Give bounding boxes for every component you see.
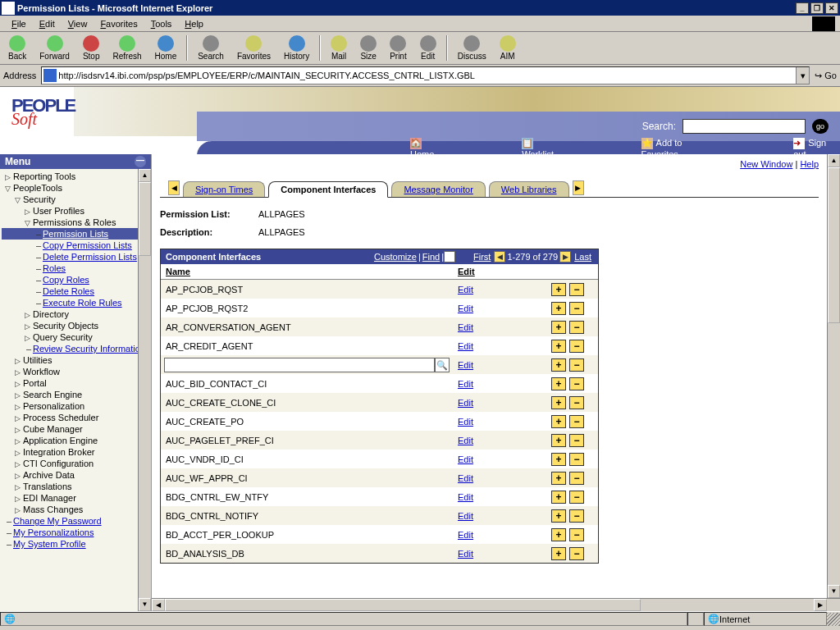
menu-application-engine[interactable]: Application Engine (2, 435, 138, 446)
main-hscroll[interactable]: ◀ ▶ (152, 598, 840, 611)
tab-web-libraries[interactable]: Web Libraries (489, 181, 569, 197)
expand-icon[interactable] (15, 470, 23, 480)
edit-link[interactable]: Edit (458, 417, 473, 427)
edit-link[interactable]: Edit (458, 436, 473, 445)
menu-integration-broker[interactable]: Integration Broker (2, 446, 138, 458)
expand-icon[interactable] (25, 321, 33, 331)
menu-view[interactable]: View (62, 17, 94, 30)
menu-query-security[interactable]: Query Security (2, 331, 138, 343)
nav-favorites[interactable]: ⭐Add to Favorites (641, 138, 720, 154)
menu-copy-roles[interactable]: –Copy Roles (2, 274, 138, 285)
menu-reporting-tools[interactable]: Reporting Tools (2, 171, 138, 182)
add-row-button[interactable]: + (551, 547, 566, 560)
delete-row-button[interactable]: − (569, 302, 584, 315)
add-row-button[interactable]: + (551, 396, 566, 409)
tb-print[interactable]: Print (385, 34, 412, 62)
tab-sign-on-times[interactable]: Sign-on Times (183, 181, 265, 197)
add-row-button[interactable]: + (551, 321, 566, 334)
tb-size[interactable]: Size (355, 34, 381, 62)
expand-icon[interactable] (5, 171, 13, 181)
edit-link[interactable]: Edit (458, 379, 473, 389)
expand-icon[interactable] (15, 447, 23, 457)
edit-link[interactable]: Edit (458, 341, 473, 351)
delete-row-button[interactable]: − (569, 491, 584, 504)
grid-viewall-icon[interactable]: ▦ (444, 251, 455, 262)
add-row-button[interactable]: + (551, 415, 566, 428)
tab-scroll-left[interactable]: ◀ (168, 180, 180, 195)
menu-user-profiles[interactable]: User Profiles (2, 205, 138, 217)
lookup-icon[interactable]: 🔍 (435, 358, 450, 372)
menu-process-scheduler[interactable]: Process Scheduler (2, 412, 138, 423)
delete-row-button[interactable]: − (569, 547, 584, 560)
menu-cti-configuration[interactable]: CTI Configuration (2, 458, 138, 469)
tb-back[interactable]: Back (3, 34, 31, 62)
add-row-button[interactable]: + (551, 453, 566, 466)
minimize-button[interactable]: _ (796, 2, 809, 14)
tb-stop[interactable]: Stop (78, 34, 105, 62)
tb-forward[interactable]: Forward (34, 34, 75, 62)
menu-favorites[interactable]: Favorites (94, 17, 144, 30)
menu-minimize[interactable]: — (135, 156, 146, 167)
expand-icon[interactable] (15, 482, 23, 491)
ps-search-input[interactable] (682, 119, 806, 134)
expand-icon[interactable] (15, 436, 23, 445)
edit-link[interactable]: Edit (458, 492, 473, 502)
address-dropdown[interactable]: ▾ (796, 67, 809, 84)
add-row-button[interactable]: + (551, 472, 566, 485)
delete-row-button[interactable]: − (569, 415, 584, 428)
delete-row-button[interactable]: − (569, 283, 584, 296)
grid-first[interactable]: First (473, 252, 491, 262)
menu-roles[interactable]: –Roles (2, 262, 138, 274)
edit-link[interactable]: Edit (458, 322, 473, 332)
maximize-button[interactable]: ❐ (810, 2, 824, 14)
main-vscroll[interactable]: ▲ ▼ (827, 154, 840, 598)
menu-delete-permission-lists[interactable]: –Delete Permission Lists (2, 251, 138, 262)
edit-link[interactable]: Edit (458, 285, 473, 294)
nav-home[interactable]: 🏠Home (410, 138, 448, 154)
add-row-button[interactable]: + (551, 528, 566, 541)
delete-row-button[interactable]: − (569, 434, 584, 447)
delete-row-button[interactable]: − (569, 472, 584, 485)
expand-icon[interactable] (25, 206, 33, 216)
expand-icon[interactable] (25, 309, 33, 319)
col-name[interactable]: Name (161, 264, 453, 279)
tb-refresh[interactable]: Refresh (108, 34, 147, 62)
add-row-button[interactable]: + (551, 283, 566, 296)
resize-grip[interactable] (827, 613, 840, 626)
edit-link[interactable]: Edit (458, 398, 473, 408)
menu-permission-lists[interactable]: –Permission Lists (2, 228, 138, 240)
menu-translations[interactable]: Translations (2, 481, 138, 492)
menu-permissions-roles[interactable]: Permissions & Roles (2, 217, 138, 228)
edit-link[interactable]: Edit (458, 454, 473, 464)
go-button[interactable]: ↪ Go (815, 71, 837, 81)
grid-next[interactable]: ▶ (559, 251, 571, 262)
edit-link[interactable]: Edit (458, 473, 473, 483)
menu-utilities[interactable]: Utilities (2, 354, 138, 366)
menu-my-system-profile[interactable]: –My System Profile (2, 538, 138, 550)
add-row-button[interactable]: + (551, 377, 566, 390)
expand-icon[interactable] (15, 401, 23, 411)
scroll-up[interactable]: ▲ (139, 169, 151, 182)
menu-portal[interactable]: Portal (2, 377, 138, 389)
tb-mail[interactable]: Mail (326, 34, 352, 62)
scroll-thumb[interactable] (139, 182, 151, 256)
ps-search-go[interactable]: go (812, 119, 829, 134)
delete-row-button[interactable]: − (569, 509, 584, 523)
menu-help[interactable]: Help (178, 17, 210, 30)
ci-search-input[interactable] (164, 358, 435, 372)
tb-home[interactable]: Home (150, 34, 182, 62)
expand-icon[interactable] (15, 378, 23, 388)
tb-edit[interactable]: Edit (415, 34, 441, 62)
menu-delete-roles[interactable]: –Delete Roles (2, 285, 138, 297)
edit-link[interactable]: Edit (458, 360, 473, 370)
menu-security[interactable]: Security (2, 194, 138, 205)
delete-row-button[interactable]: − (569, 377, 584, 390)
add-row-button[interactable]: + (551, 509, 566, 523)
expand-icon[interactable] (15, 355, 23, 365)
expand-icon[interactable] (25, 332, 33, 342)
expand-icon[interactable] (15, 424, 23, 434)
tb-aim[interactable]: AIM (495, 34, 521, 62)
menu-copy-permission-lists[interactable]: –Copy Permission Lists (2, 240, 138, 251)
menu-workflow[interactable]: Workflow (2, 366, 138, 377)
menu-archive-data[interactable]: Archive Data (2, 469, 138, 481)
